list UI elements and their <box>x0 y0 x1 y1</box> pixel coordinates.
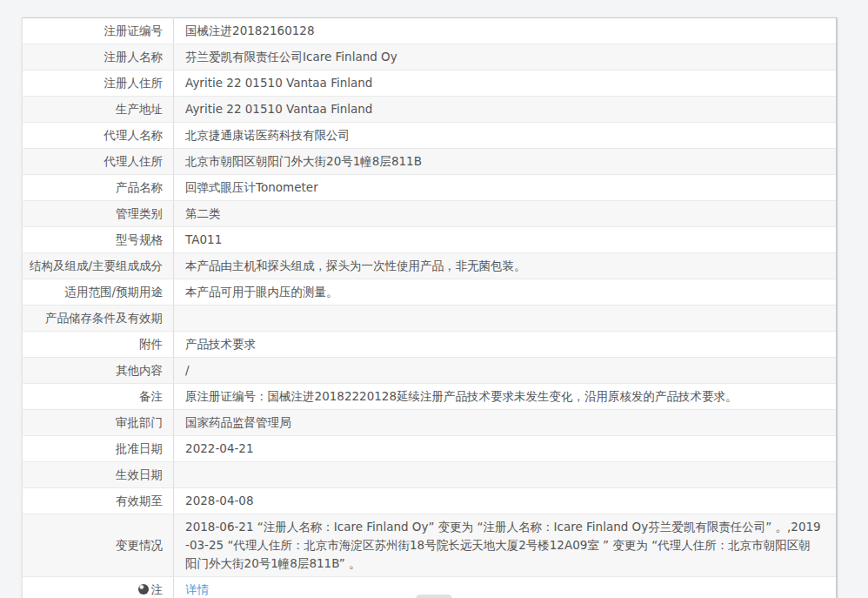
row-label: 适用范围/预期用途 <box>23 279 174 306</box>
row-value: TA011 <box>174 227 837 253</box>
bulb-icon <box>138 584 149 595</box>
row-label: 批准日期 <box>23 436 174 462</box>
row-label: 管理类别 <box>23 201 174 227</box>
row-value: 北京捷通康诺医药科技有限公司 <box>174 123 837 149</box>
row-label: 代理人名称 <box>23 123 174 149</box>
row-value: 本产品可用于眼内压的测量。 <box>174 279 837 306</box>
table-row-model-spec: 型号规格 TA011 <box>23 227 838 253</box>
table-row-management-category: 管理类别 第二类 <box>23 201 838 227</box>
row-value: 2028-04-08 <box>174 488 837 514</box>
row-value <box>174 306 837 332</box>
table-row-approval-department: 审批部门 国家药品监督管理局 <box>23 410 838 436</box>
registration-info-table: 注册证编号 国械注进20182160128 注册人名称 芬兰爱凯有限责任公司Ic… <box>22 17 838 598</box>
row-value <box>174 462 837 488</box>
row-value: 回弹式眼压计Tonometer <box>174 175 837 201</box>
table-row-scope-of-use: 适用范围/预期用途 本产品可用于眼内压的测量。 <box>23 279 838 306</box>
note-label: 注 <box>151 582 164 596</box>
table-row-registrant-address: 注册人住所 Ayritie 22 01510 Vantaa Finland <box>23 71 838 97</box>
row-value: 芬兰爱凯有限责任公司Icare Finland Oy <box>174 44 837 71</box>
row-label: 产品名称 <box>23 175 174 201</box>
table-row-production-address: 生产地址 Ayritie 22 01510 Vantaa Finland <box>23 97 838 123</box>
row-label: 型号规格 <box>23 227 174 253</box>
row-value: 北京市朝阳区朝阳门外大街20号1幢8层811B <box>174 149 837 175</box>
table-row-attachment: 附件 产品技术要求 <box>23 332 838 358</box>
row-label: 生效日期 <box>23 462 174 488</box>
row-label: 审批部门 <box>23 410 174 436</box>
row-value: / <box>174 358 837 384</box>
row-label: 注册人名称 <box>23 44 174 71</box>
row-label: 其他内容 <box>23 358 174 384</box>
row-label: 结构及组成/主要组成成分 <box>23 253 174 279</box>
row-value: 原注册证编号：国械注进20182220128延续注册产品技术要求未发生变化，沿用… <box>174 384 837 410</box>
row-value: 本产品由主机和探头组成，探头为一次性使用产品，非无菌包装。 <box>174 253 837 279</box>
row-label: 生产地址 <box>23 97 174 123</box>
table-row-approval-date: 批准日期 2022-04-21 <box>23 436 838 462</box>
row-label: 变更情况 <box>23 514 174 577</box>
table-row-effective-date: 生效日期 <box>23 462 838 488</box>
row-value: 第二类 <box>174 201 837 227</box>
row-value: Ayritie 22 01510 Vantaa Finland <box>174 97 837 123</box>
row-label: 注册证编号 <box>23 18 174 44</box>
table-row-registrant-name: 注册人名称 芬兰爱凯有限责任公司Icare Finland Oy <box>23 44 838 71</box>
row-value: 国家药品监督管理局 <box>174 410 837 436</box>
registration-detail-page: 注册证编号 国械注进20182160128 注册人名称 芬兰爱凯有限责任公司Ic… <box>0 0 868 598</box>
details-link[interactable]: 详情 <box>185 582 209 596</box>
table-row-agent-address: 代理人住所 北京市朝阳区朝阳门外大街20号1幢8层811B <box>23 149 838 175</box>
row-value: 2018-06-21 “注册人名称：Icare Finland Oy” 变更为 … <box>174 514 837 577</box>
row-label: 产品储存条件及有效期 <box>23 306 174 332</box>
row-label: 代理人住所 <box>23 149 174 175</box>
table-row-expiry-date: 有效期至 2028-04-08 <box>23 488 838 514</box>
table-row-structure-composition: 结构及组成/主要组成成分 本产品由主机和探头组成，探头为一次性使用产品，非无菌包… <box>23 253 838 279</box>
row-value: 国械注进20182160128 <box>174 18 837 44</box>
row-label: 备注 <box>23 384 174 410</box>
table-row-remarks: 备注 原注册证编号：国械注进20182220128延续注册产品技术要求未发生变化… <box>23 384 838 410</box>
table-row-other-content: 其他内容 / <box>23 358 838 384</box>
row-value: Ayritie 22 01510 Vantaa Finland <box>174 71 837 97</box>
table-row-product-name: 产品名称 回弹式眼压计Tonometer <box>23 175 838 201</box>
table-row-storage-conditions: 产品储存条件及有效期 <box>23 306 838 332</box>
row-label: 有效期至 <box>23 488 174 514</box>
table-row-agent-name: 代理人名称 北京捷通康诺医药科技有限公司 <box>23 123 838 149</box>
table-row-change-history: 变更情况 2018-06-21 “注册人名称：Icare Finland Oy”… <box>23 514 838 577</box>
row-label: 附件 <box>23 332 174 358</box>
row-value: 详情 <box>174 577 837 598</box>
row-value: 2022-04-21 <box>174 436 837 462</box>
row-label: 注册人住所 <box>23 71 174 97</box>
row-label: 注 <box>23 577 174 598</box>
scroll-pill <box>416 595 452 598</box>
row-value: 产品技术要求 <box>174 332 837 358</box>
table-row-certificate-number: 注册证编号 国械注进20182160128 <box>23 18 838 44</box>
